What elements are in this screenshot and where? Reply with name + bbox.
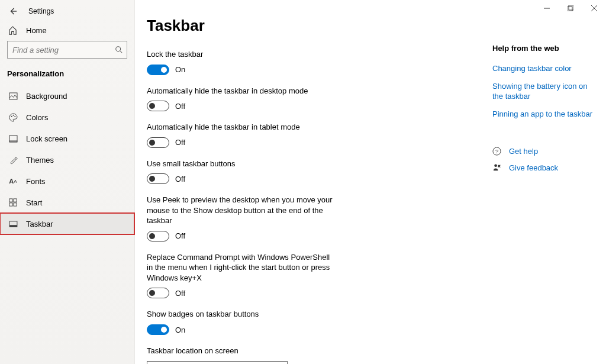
setting-label: Show badges on taskbar buttons bbox=[147, 309, 336, 320]
svg-point-21 bbox=[494, 164, 497, 167]
svg-text:?: ? bbox=[495, 149, 498, 155]
sidebar-item-label: Themes bbox=[26, 156, 54, 165]
svg-rect-13 bbox=[9, 225, 17, 227]
toggle-state: Off bbox=[175, 231, 185, 240]
sidebar-item-fonts[interactable]: AA Fonts bbox=[0, 170, 134, 192]
setting-taskbar-location: Taskbar location on screen Bottom ⌄ bbox=[147, 346, 336, 364]
link-get-help[interactable]: Get help bbox=[509, 146, 538, 157]
toggle-state: Off bbox=[175, 102, 185, 111]
search-input[interactable] bbox=[12, 46, 115, 54]
sidebar-item-taskbar[interactable]: Taskbar bbox=[0, 213, 134, 234]
search-wrap bbox=[0, 41, 134, 66]
help-panel: Help from the web Changing taskbar color… bbox=[488, 0, 606, 364]
toggle-lock-taskbar[interactable] bbox=[147, 65, 169, 75]
sidebar-section-title: Personalization bbox=[0, 66, 134, 85]
lock-screen-icon bbox=[8, 134, 18, 143]
svg-rect-11 bbox=[14, 203, 17, 206]
sidebar-item-themes[interactable]: Themes bbox=[0, 149, 134, 170]
sidebar-item-label: Colors bbox=[26, 113, 49, 122]
sidebar-item-label: Background bbox=[26, 92, 67, 101]
maximize-button[interactable] bbox=[559, 0, 582, 17]
toggle-autohide-tablet[interactable] bbox=[147, 137, 169, 148]
svg-point-3 bbox=[11, 115, 12, 117]
toggle-peek[interactable] bbox=[147, 231, 169, 241]
toggle-state: Off bbox=[175, 175, 185, 183]
toggle-badges[interactable] bbox=[147, 324, 169, 335]
help-get-help-row: ? Get help bbox=[492, 146, 594, 157]
setting-autohide-tablet: Automatically hide the taskbar in tablet… bbox=[147, 122, 336, 148]
svg-rect-10 bbox=[9, 203, 12, 206]
help-link-pin-app[interactable]: Pinning an app to the taskbar bbox=[492, 109, 594, 120]
toggle-state: On bbox=[175, 326, 185, 334]
setting-label: Lock the taskbar bbox=[147, 49, 336, 60]
setting-label: Replace Command Prompt with Windows Powe… bbox=[147, 252, 336, 284]
svg-point-4 bbox=[12, 114, 14, 115]
back-arrow-icon bbox=[9, 7, 17, 15]
minimize-button[interactable] bbox=[535, 0, 559, 17]
sidebar-item-label: Taskbar bbox=[26, 220, 53, 228]
main-area: Taskbar Lock the taskbar On Automaticall… bbox=[135, 0, 606, 364]
setting-label: Use small taskbar buttons bbox=[147, 159, 336, 169]
svg-rect-9 bbox=[14, 199, 17, 202]
link-give-feedback[interactable]: Give feedback bbox=[509, 163, 558, 173]
toggle-small-buttons[interactable] bbox=[147, 173, 169, 184]
feedback-icon bbox=[492, 163, 502, 172]
app-title: Settings bbox=[28, 7, 54, 15]
svg-rect-16 bbox=[569, 5, 573, 10]
help-heading: Help from the web bbox=[492, 44, 594, 53]
nav-home-label: Home bbox=[26, 26, 47, 35]
setting-powershell: Replace Command Prompt with Windows Powe… bbox=[147, 252, 336, 299]
svg-line-1 bbox=[120, 51, 123, 53]
sidebar-item-label: Lock screen bbox=[26, 134, 67, 143]
help-feedback-row: Give feedback bbox=[492, 163, 594, 173]
sidebar: Settings Home Personalization Background… bbox=[0, 0, 135, 364]
setting-label: Taskbar location on screen bbox=[147, 346, 336, 356]
nav-home[interactable]: Home bbox=[0, 20, 134, 41]
setting-autohide-desktop: Automatically hide the taskbar in deskto… bbox=[147, 86, 336, 112]
sidebar-item-background[interactable]: Background bbox=[0, 85, 134, 107]
back-button[interactable] bbox=[8, 7, 18, 16]
sidebar-item-label: Fonts bbox=[26, 177, 46, 186]
sidebar-item-label: Start bbox=[26, 198, 42, 207]
sidebar-item-lock-screen[interactable]: Lock screen bbox=[0, 128, 134, 149]
help-icon: ? bbox=[492, 147, 502, 156]
setting-lock-taskbar: Lock the taskbar On bbox=[147, 49, 336, 75]
help-link-battery-icon[interactable]: Showing the battery icon on the taskbar bbox=[492, 81, 594, 102]
toggle-powershell[interactable] bbox=[147, 288, 169, 298]
svg-rect-15 bbox=[568, 7, 572, 11]
svg-point-5 bbox=[14, 115, 15, 117]
toggle-autohide-desktop[interactable] bbox=[147, 101, 169, 111]
dropdown-taskbar-location[interactable]: Bottom ⌄ bbox=[147, 361, 288, 364]
themes-icon bbox=[8, 155, 18, 165]
taskbar-icon bbox=[8, 219, 18, 228]
svg-point-0 bbox=[116, 47, 121, 51]
toggle-state: On bbox=[175, 65, 185, 74]
search-icon bbox=[115, 46, 123, 54]
palette-icon bbox=[8, 112, 18, 122]
page-title: Taskbar bbox=[147, 17, 476, 35]
toggle-state: Off bbox=[175, 289, 185, 298]
start-icon bbox=[8, 198, 18, 207]
setting-small-buttons: Use small taskbar buttons Off bbox=[147, 159, 336, 185]
setting-badges: Show badges on taskbar buttons On bbox=[147, 309, 336, 335]
setting-peek: Use Peek to preview the desktop when you… bbox=[147, 195, 336, 241]
picture-icon bbox=[8, 91, 18, 101]
settings-content: Taskbar Lock the taskbar On Automaticall… bbox=[135, 0, 488, 364]
close-button[interactable] bbox=[582, 0, 606, 17]
fonts-icon: AA bbox=[8, 176, 18, 186]
setting-label: Automatically hide the taskbar in tablet… bbox=[147, 122, 336, 133]
setting-label: Automatically hide the taskbar in deskto… bbox=[147, 86, 336, 96]
svg-rect-7 bbox=[9, 141, 17, 142]
sidebar-item-start[interactable]: Start bbox=[0, 192, 134, 213]
svg-rect-8 bbox=[9, 199, 12, 202]
sidebar-header: Settings bbox=[0, 2, 134, 20]
home-icon bbox=[8, 26, 18, 35]
search-input-container[interactable] bbox=[7, 41, 127, 59]
help-link-taskbar-color[interactable]: Changing taskbar color bbox=[492, 63, 594, 74]
window-controls bbox=[535, 0, 606, 17]
svg-rect-6 bbox=[9, 135, 17, 140]
sidebar-item-colors[interactable]: Colors bbox=[0, 107, 134, 128]
setting-label: Use Peek to preview the desktop when you… bbox=[147, 195, 336, 226]
toggle-state: Off bbox=[175, 138, 185, 147]
